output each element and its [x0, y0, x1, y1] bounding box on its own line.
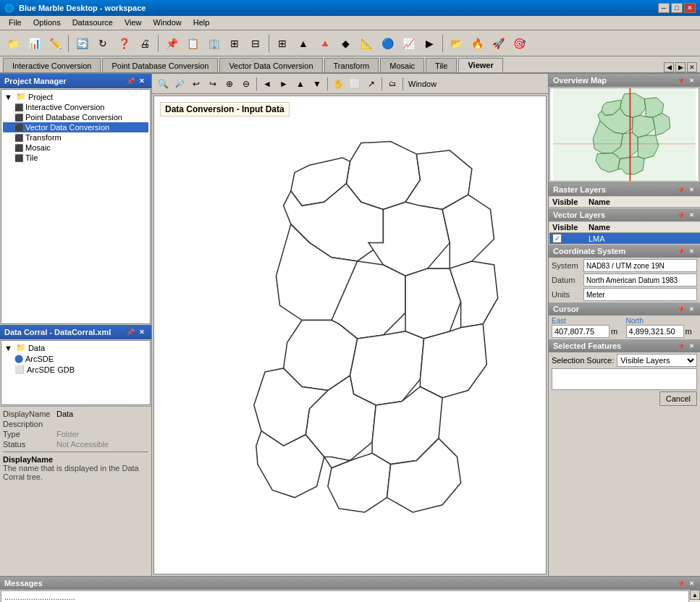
viewer-btn-zoom-in[interactable]: 🔍: [155, 76, 171, 92]
viewer-btn-up[interactable]: ▲: [292, 76, 308, 92]
menu-datasource[interactable]: Datasource: [67, 17, 119, 28]
corral-arcsdegdb[interactable]: ⬜ ArcSDE GDB: [3, 364, 148, 375]
menu-window[interactable]: Window: [148, 17, 187, 28]
minimize-button[interactable]: ─: [658, 3, 670, 13]
corral-arcsde[interactable]: ⬤ ArcSDE: [3, 353, 148, 364]
toolbar-btn-1[interactable]: 📁: [3, 33, 23, 54]
toolbar-btn-13[interactable]: ⊞: [272, 33, 292, 54]
vector-pin-btn[interactable]: 📌: [677, 211, 686, 219]
menu-file[interactable]: File: [3, 17, 28, 28]
maximize-button[interactable]: □: [671, 3, 683, 13]
coord-pin-btn[interactable]: 📌: [677, 247, 686, 255]
project-pin-btn[interactable]: 📌: [125, 76, 135, 86]
scroll-up-btn[interactable]: ▲: [690, 590, 700, 600]
toolbar-btn-24[interactable]: 🎯: [509, 33, 529, 54]
viewer-btn-left[interactable]: ◄: [259, 76, 275, 92]
toolbar-btn-8[interactable]: 📌: [161, 33, 182, 54]
toolbar-btn-12[interactable]: ⊟: [245, 33, 266, 54]
viewer-btn-zoom-box[interactable]: ⊕: [222, 76, 237, 92]
viewer-btn-rect[interactable]: ⬜: [347, 76, 363, 92]
viewer-btn-forward[interactable]: ↪: [205, 76, 221, 92]
project-close-btn[interactable]: ✕: [137, 76, 147, 86]
tree-item-interactive[interactable]: ⬛ Interactive Conversion: [3, 102, 148, 112]
cancel-button[interactable]: Cancel: [659, 391, 697, 406]
data-corral-header: Data Corral - DataCorral.xml 📌 ✕: [0, 325, 151, 339]
selected-source-dropdown[interactable]: Visible Layers All Layers Active Layer: [617, 354, 697, 367]
layer-row-lma[interactable]: ✓ LMA: [549, 233, 700, 245]
toolbar-btn-16[interactable]: ◆: [335, 33, 355, 54]
menu-view[interactable]: View: [119, 17, 148, 28]
lma-checkbox[interactable]: ✓: [552, 234, 562, 243]
toolbar-btn-10[interactable]: 🏢: [203, 33, 224, 54]
viewer-btn-zoom-full[interactable]: ⊖: [238, 76, 254, 92]
menu-help[interactable]: Help: [187, 17, 216, 28]
coord-system-input[interactable]: [583, 259, 697, 272]
viewer-btn-back[interactable]: ↩: [188, 76, 204, 92]
tab-tile[interactable]: Tile: [426, 58, 457, 72]
viewer-btn-right[interactable]: ►: [276, 76, 292, 92]
cursor-north-input[interactable]: [626, 325, 684, 338]
messages-pin-btn[interactable]: 📌: [677, 579, 686, 588]
toolbar-btn-17[interactable]: 📐: [356, 33, 376, 54]
overview-close-btn[interactable]: ✕: [687, 76, 696, 85]
toolbar-btn-14[interactable]: ▲: [293, 33, 313, 54]
toolbar-btn-23[interactable]: 🚀: [488, 33, 508, 54]
coord-close-btn[interactable]: ✕: [687, 247, 696, 255]
selected-pin-btn[interactable]: 📌: [677, 342, 686, 350]
viewer-btn-zoom-out[interactable]: 🔎: [172, 76, 187, 92]
corral-pin-btn[interactable]: 📌: [125, 327, 135, 337]
tree-item-mosaic[interactable]: ⬛ Mosaic: [3, 143, 148, 153]
toolbar-btn-21[interactable]: 📂: [446, 33, 466, 54]
cursor-close-btn[interactable]: ✕: [687, 305, 696, 313]
raster-close-btn[interactable]: ✕: [687, 185, 696, 194]
toolbar-btn-6[interactable]: ❓: [114, 33, 134, 54]
toolbar-btn-18[interactable]: 🔵: [377, 33, 397, 54]
toolbar-btn-5[interactable]: ↻: [93, 33, 113, 54]
tab-close-btn[interactable]: ✕: [687, 62, 697, 72]
toolbar-btn-15[interactable]: 🔺: [314, 33, 334, 54]
cursor-pin-btn[interactable]: 📌: [677, 305, 686, 313]
tab-viewer[interactable]: Viewer: [458, 58, 502, 72]
tab-point-db-conversion[interactable]: Point Database Conversion: [102, 58, 218, 72]
cursor-east-input[interactable]: [552, 325, 610, 338]
toolbar-btn-20[interactable]: ▶: [419, 33, 439, 54]
viewer-btn-select[interactable]: ✋: [330, 76, 346, 92]
tab-transform[interactable]: Transform: [324, 58, 379, 72]
tree-item-transform[interactable]: ⬛ Transform: [3, 132, 148, 143]
corral-root[interactable]: ▼ 📁 Data: [3, 342, 148, 353]
toolbar-btn-22[interactable]: 🔥: [467, 33, 487, 54]
selected-features-list[interactable]: [552, 368, 697, 390]
toolbar-btn-4[interactable]: 🔄: [72, 33, 92, 54]
tab-prev-btn[interactable]: ◀: [664, 62, 674, 72]
tab-mosaic[interactable]: Mosaic: [380, 58, 424, 72]
vector-close-btn[interactable]: ✕: [687, 211, 696, 219]
viewer-btn-layers[interactable]: 🗂: [384, 76, 400, 92]
data-corral-tree[interactable]: ▼ 📁 Data ⬤ ArcSDE ⬜ ArcSDE GDB: [1, 340, 151, 405]
corral-close-btn[interactable]: ✕: [137, 327, 147, 337]
tab-vector-data-conversion[interactable]: Vector Data Conversion: [219, 58, 322, 72]
overview-pin-btn[interactable]: 📌: [677, 76, 686, 85]
project-root[interactable]: ▼ 📁 Project: [3, 91, 148, 102]
tab-next-btn[interactable]: ▶: [675, 62, 686, 72]
coord-units-input[interactable]: [583, 288, 697, 301]
messages-close-btn[interactable]: ✕: [687, 579, 696, 588]
toolbar-btn-9[interactable]: 📋: [182, 33, 203, 54]
toolbar-btn-7[interactable]: 🖨: [135, 33, 155, 54]
menu-options[interactable]: Options: [28, 17, 67, 28]
tree-item-tile[interactable]: ⬛ Tile: [3, 153, 148, 163]
tab-interactive-conversion[interactable]: Interactive Conversion: [3, 58, 101, 72]
tree-item-vectordata[interactable]: ⬛ Vector Data Conversion: [3, 122, 148, 132]
toolbar-btn-2[interactable]: 📊: [24, 33, 44, 54]
close-button[interactable]: ✕: [684, 3, 696, 13]
toolbar-btn-3[interactable]: ✏️: [45, 33, 65, 54]
selected-close-btn[interactable]: ✕: [687, 342, 696, 350]
tree-item-pointdb[interactable]: ⬛ Point Database Conversion: [3, 112, 148, 122]
toolbar-btn-11[interactable]: ⊞: [224, 33, 245, 54]
map-content[interactable]: Data Conversion - Input Data: [153, 96, 547, 575]
project-tree[interactable]: ▼ 📁 Project ⬛ Interactive Conversion ⬛ P…: [1, 89, 151, 324]
coord-datum-input[interactable]: [583, 274, 697, 287]
toolbar-btn-19[interactable]: 📈: [398, 33, 418, 54]
viewer-btn-arrow[interactable]: ↗: [363, 76, 379, 92]
viewer-btn-down[interactable]: ▼: [309, 76, 325, 92]
raster-pin-btn[interactable]: 📌: [677, 185, 686, 194]
